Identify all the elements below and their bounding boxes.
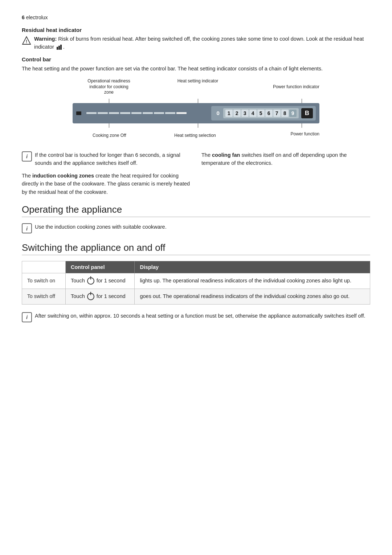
- cb-num-5: 5: [257, 110, 265, 117]
- cb-num-6: 6: [265, 110, 273, 117]
- page-number: 6 electrolux: [22, 15, 370, 20]
- cb-num-2: 2: [233, 110, 241, 117]
- info-icon-left: i: [22, 151, 32, 162]
- divider-switching: [22, 255, 370, 255]
- warning-text: Warning: Risk of burns from residual hea…: [34, 35, 370, 51]
- cb-num-1: 1: [225, 110, 233, 117]
- operating-info-icon: i: [22, 223, 32, 233]
- label-zone-off: Cooking zone Off: [93, 133, 126, 138]
- cb-power-label: B: [301, 108, 313, 118]
- table-row: To switch on Touch for 1 second lights u…: [22, 273, 370, 289]
- heat-dashes: [86, 112, 187, 114]
- operating-section: Operating the appliance i Use the induct…: [22, 204, 370, 233]
- cb-num-7: 7: [273, 110, 281, 117]
- operating-title: Operating the appliance: [22, 204, 370, 215]
- info-col-right: The cooling fan switches itself on and o…: [201, 151, 370, 196]
- heat-indicator-icon: [57, 45, 62, 50]
- label-heat-setting: Heat setting indicator: [176, 78, 220, 84]
- table-header-row: Control panel Display: [22, 261, 370, 273]
- info-block-touch: i If the control bar is touched for long…: [22, 151, 191, 167]
- operating-info-text: Use the induction cooking zones with sui…: [35, 223, 167, 231]
- col-header-empty: [22, 261, 66, 273]
- switch-table: Control panel Display To switch on Touch…: [22, 261, 370, 305]
- info-col-left: i If the control bar is touched for long…: [22, 151, 191, 196]
- row-switch-on-display: lights up. The operational readiness ind…: [135, 273, 370, 289]
- table-row: To switch off Touch for 1 second goes ou…: [22, 289, 370, 305]
- row-switch-off-display: goes out. The operational readiness indi…: [135, 289, 370, 305]
- label-operational: Operational readiness indicator for cook…: [87, 78, 131, 95]
- bottom-note: i After switching on, within approx. 10 …: [22, 312, 370, 322]
- row-switch-on-label: To switch on: [22, 273, 66, 289]
- label-power-func: Power function: [291, 131, 319, 136]
- row-switch-off-control: Touch for 1 second: [66, 289, 135, 305]
- control-bar-description: The heat setting and the power function …: [22, 65, 370, 73]
- col-header-control-panel: Control panel: [66, 261, 135, 273]
- cb-num-4: 4: [249, 110, 257, 117]
- info-text-left: If the control bar is touched for longer…: [35, 151, 191, 167]
- label-power-function-top: Power function indicator: [273, 84, 319, 89]
- cb-num-8: 8: [281, 110, 289, 117]
- row-switch-on-control: Touch for 1 second: [66, 273, 135, 289]
- cb-numbers: 1 2 3 4 5 6 7 8 9: [223, 108, 299, 118]
- diagram-labels-top: Operational readiness indicator for cook…: [73, 78, 319, 97]
- info-two-col: i If the control bar is touched for long…: [22, 151, 370, 196]
- cb-num-3: 3: [241, 110, 249, 117]
- power-icon-off: [87, 293, 94, 300]
- residual-heat-heading: Residual heat indicator: [22, 27, 370, 33]
- svg-text:!: !: [26, 39, 27, 44]
- switching-title: Switching the appliance on and off: [22, 242, 370, 253]
- cooling-fan-text: The cooling fan switches itself on and o…: [201, 151, 370, 167]
- divider-operating: [22, 217, 370, 217]
- col-header-display: Display: [135, 261, 370, 273]
- control-bar-heading: Control bar: [22, 56, 370, 62]
- label-heat-selection-bottom: Heat setting selection: [174, 133, 216, 138]
- row-switch-off-label: To switch off: [22, 289, 66, 305]
- power-icon-on: [87, 277, 94, 285]
- zero-label: 0: [214, 110, 222, 116]
- control-bar-visual: 0 1 2 3 4 5 6 7 8 9 B: [73, 103, 319, 123]
- bottom-note-text: After switching on, within approx. 10 se…: [35, 312, 366, 320]
- induction-zones-text: The induction cooking zones create the h…: [22, 172, 191, 196]
- control-bar-diagram: Operational readiness indicator for cook…: [73, 78, 319, 143]
- control-bar-section: Control bar The heat setting and the pow…: [22, 56, 370, 196]
- operating-info-block: i Use the induction cooking zones with s…: [22, 223, 370, 233]
- diagram-labels-bottom: Cooking zone Off Heat setting selection …: [73, 130, 319, 143]
- switching-section: Switching the appliance on and off Contr…: [22, 242, 370, 322]
- warning-block: ! Warning: Risk of burns from residual h…: [22, 35, 370, 51]
- cb-num-9: 9: [289, 110, 297, 117]
- bottom-note-icon: i: [22, 312, 32, 322]
- warning-icon: !: [22, 36, 31, 46]
